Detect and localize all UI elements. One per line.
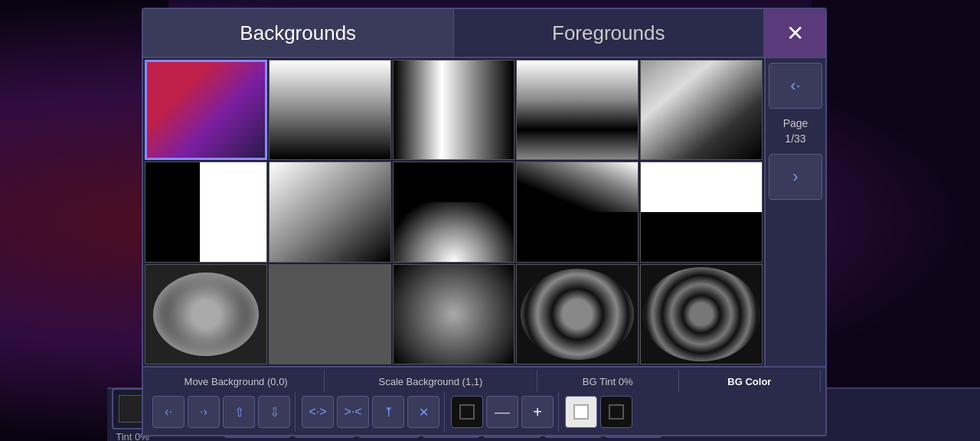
- tint-minus-button[interactable]: —: [486, 396, 518, 428]
- next-page-button[interactable]: ›: [769, 154, 822, 200]
- tab-backgrounds[interactable]: Backgrounds: [143, 9, 454, 57]
- move-label: Move Background (0,0): [148, 371, 325, 392]
- move-left-button[interactable]: ‹·: [152, 396, 185, 428]
- thumb-12[interactable]: [640, 264, 763, 364]
- thumb-3[interactable]: [393, 60, 515, 160]
- thumb-7[interactable]: [269, 162, 391, 262]
- move-up-button[interactable]: ⇧: [223, 396, 255, 428]
- tint-group: — +: [446, 392, 559, 432]
- close-button[interactable]: ✕: [764, 9, 825, 57]
- bg-color-white-button[interactable]: [565, 396, 597, 428]
- thumb-1[interactable]: [145, 60, 267, 160]
- thumb-6[interactable]: [145, 162, 267, 262]
- thumb-13[interactable]: [640, 162, 763, 262]
- tint-swatch-dark[interactable]: [451, 396, 483, 428]
- thumb-2[interactable]: [269, 60, 391, 160]
- thumbnails-grid: [143, 58, 764, 366]
- thumb-8[interactable]: [393, 162, 515, 262]
- scale-h-contract-button[interactable]: >·<: [337, 396, 369, 428]
- tab-row: Backgrounds Foregrounds ✕: [143, 9, 825, 58]
- move-right-button[interactable]: ·›: [188, 396, 220, 428]
- tint-plus-button[interactable]: +: [521, 396, 554, 428]
- thumb-5[interactable]: [640, 60, 763, 160]
- scale-label: Scale Background (1,1): [325, 371, 537, 392]
- scale-reset-button[interactable]: ✕: [407, 396, 439, 428]
- controls-row: Move Background (0,0) Scale Background (…: [143, 366, 825, 435]
- color-group: [560, 392, 637, 432]
- move-group: ‹· ·› ⇧ ⇩: [148, 392, 296, 432]
- scale-group: <·> >·< ⤒ ✕: [297, 392, 445, 432]
- controls-labels: Move Background (0,0) Scale Background (…: [148, 371, 821, 392]
- page-info: Page 1/33: [780, 113, 812, 149]
- thumb-10[interactable]: [145, 264, 267, 364]
- tab-foregrounds[interactable]: Foregrounds: [454, 9, 765, 57]
- thumb-15[interactable]: [393, 264, 515, 364]
- bg-color-black-button[interactable]: [600, 396, 632, 428]
- main-modal: Backgrounds Foregrounds ✕: [142, 8, 827, 436]
- thumb-9[interactable]: [516, 162, 639, 262]
- grid-area: ‹· Page 1/33 ›: [143, 58, 825, 366]
- color-label: BG Color: [679, 371, 821, 392]
- controls-buttons: ‹· ·› ⇧ ⇩ <·> >·< ⤒ ✕ — +: [148, 392, 821, 432]
- thumb-11[interactable]: [516, 264, 639, 364]
- tint-label: BG Tint 0%: [537, 371, 679, 392]
- thumb-4[interactable]: [516, 60, 639, 160]
- scale-h-expand-button[interactable]: <·>: [302, 396, 334, 428]
- thumb-14[interactable]: [269, 264, 391, 364]
- side-nav: ‹· Page 1/33 ›: [764, 58, 825, 366]
- move-down-button[interactable]: ⇩: [258, 396, 290, 428]
- prev-icon: ‹·: [790, 76, 800, 96]
- scale-v-expand-button[interactable]: ⤒: [372, 396, 404, 428]
- prev-page-button[interactable]: ‹·: [769, 63, 822, 109]
- next-icon: ›: [792, 167, 798, 187]
